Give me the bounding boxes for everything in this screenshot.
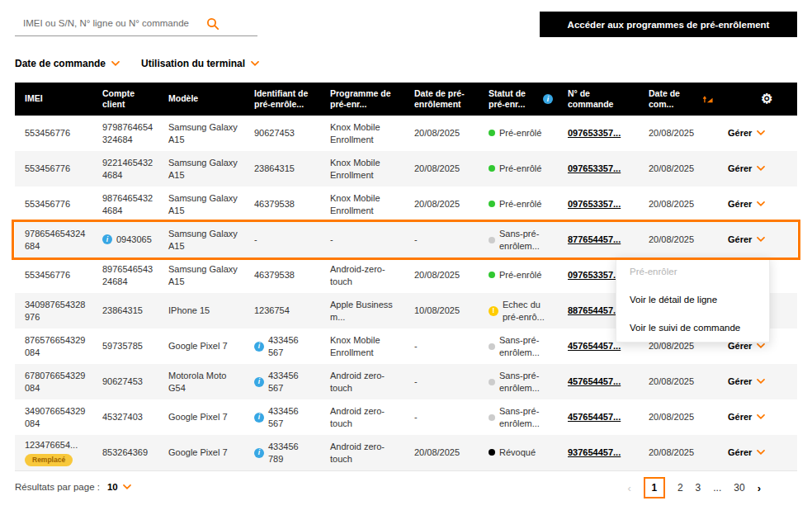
- cell-statut: !Echec du pré-enrô...: [479, 299, 558, 323]
- menu-item-voir-detail-ligne[interactable]: Voir le détail de ligne: [616, 286, 769, 314]
- cell-modele: Samsung Galaxy A15: [158, 228, 244, 252]
- cell-date-pre-enrollement: -: [404, 411, 479, 423]
- search-input[interactable]: [15, 12, 257, 36]
- filter-order-date[interactable]: Date de commande: [15, 58, 120, 69]
- cell-actions: Gérer: [718, 234, 797, 245]
- filter-terminal-usage[interactable]: Utilisation du terminal: [141, 58, 259, 69]
- col-imei: IMEI: [15, 93, 92, 104]
- cell-modele: Samsung Galaxy A15: [158, 157, 244, 181]
- cell-identifiant: i433456 567: [244, 334, 320, 358]
- pagination-page-3[interactable]: 3: [696, 482, 701, 494]
- cell-imei: 349076654329084: [15, 405, 92, 429]
- info-icon[interactable]: i: [102, 234, 112, 244]
- cell-imei: 123476654...Remplacé: [15, 439, 92, 465]
- cell-compte-client: 9798764654324684: [92, 121, 158, 145]
- order-number-link[interactable]: 097653357...: [568, 199, 621, 209]
- cell-identifiant: i433456 567: [244, 370, 320, 394]
- info-icon[interactable]: i: [254, 342, 264, 352]
- pagination-page-1[interactable]: 1: [644, 477, 665, 498]
- pagination: ‹ 1 2 3 ... 30 ›: [628, 477, 761, 498]
- cell-imei: 876576654329084: [15, 334, 92, 358]
- manage-button[interactable]: Gérer: [728, 163, 792, 174]
- manage-dropdown-menu: Pré-enrôler Voir le détail de ligne Voir…: [616, 257, 770, 343]
- cell-identifiant: 90627453: [244, 127, 320, 139]
- table-row: 34907665432908445327403Google Pixel 7i43…: [15, 399, 797, 435]
- cell-actions: Gérer: [718, 198, 797, 210]
- info-icon[interactable]: i: [254, 377, 264, 387]
- status-dot-green: [489, 130, 495, 136]
- table-row: 55345677698764654324684Samsung Galaxy A1…: [15, 187, 797, 222]
- sort-ascending-icon[interactable]: [702, 93, 713, 105]
- cell-identifiant: i433456 789: [244, 441, 320, 465]
- status-dot-gray: [489, 379, 495, 385]
- col-programme: Programme de pré-enr...: [320, 88, 404, 110]
- pagination-next[interactable]: ›: [758, 482, 761, 494]
- cell-modele: Samsung Galaxy A15: [158, 192, 244, 216]
- order-number-link[interactable]: 877654457...: [568, 234, 621, 244]
- order-number-link[interactable]: 097653357...: [568, 163, 621, 173]
- cell-statut: Révoqué: [479, 446, 558, 458]
- cell-date-commande: 20/08/2025: [639, 446, 718, 458]
- chevron-down-icon: [111, 61, 120, 66]
- cell-imei: 553456776: [15, 163, 92, 174]
- menu-item-voir-suivi-commande[interactable]: Voir le suivi de commande: [616, 314, 769, 342]
- order-number-link[interactable]: 097653357...: [568, 270, 621, 280]
- replaced-badge: Remplacé: [25, 454, 73, 466]
- cell-programme: Android zero-touch: [320, 405, 404, 429]
- cell-imei: 553456776: [15, 127, 92, 139]
- page-size-select[interactable]: 10: [107, 482, 131, 492]
- manage-button[interactable]: Gérer: [728, 127, 792, 139]
- results-per-page-label: Résultats par page :: [15, 482, 100, 492]
- manage-button[interactable]: Gérer: [728, 234, 792, 245]
- order-number-link[interactable]: 887654457...: [568, 305, 621, 315]
- pagination-page-30[interactable]: 30: [734, 482, 744, 494]
- cell-compte-client: 23864315: [92, 305, 158, 316]
- chevron-down-icon: [757, 414, 765, 419]
- cell-numero-commande: 097653357...: [558, 163, 639, 174]
- cell-programme: Apple Business m...: [320, 299, 404, 323]
- cell-programme: Knox Mobile Enrollment: [320, 121, 404, 145]
- cell-numero-commande: 877654457...: [558, 234, 639, 245]
- chevron-down-icon: [251, 61, 259, 66]
- cell-modele: Google Pixel 7: [158, 340, 244, 352]
- cell-compte-client: 897654654324684: [92, 263, 158, 287]
- col-date-pre-enrollement: Date de pré-enrôlement: [404, 88, 479, 110]
- col-compte-client: Compte client: [92, 88, 158, 110]
- cell-compte-client: 45327403: [92, 411, 158, 423]
- pre-enrollment-page: Accéder aux programmes de pré-enrôlement…: [0, 0, 812, 515]
- status-dot-green: [489, 201, 495, 207]
- cell-statut: Pré-enrôlé: [479, 198, 558, 210]
- cell-statut: Pré-enrôlé: [479, 269, 558, 281]
- cell-identifiant: 23864315: [244, 163, 320, 174]
- info-icon[interactable]: i: [254, 448, 264, 458]
- col-modele: Modèle: [158, 93, 244, 104]
- pagination-page-2[interactable]: 2: [677, 482, 683, 494]
- pagination-prev: ‹: [628, 482, 631, 494]
- gear-icon[interactable]: ⚙: [761, 91, 772, 107]
- cell-programme: Android-zero-touch: [320, 263, 404, 287]
- info-icon[interactable]: i: [543, 94, 553, 104]
- col-identifiant: Identifiant de pré-enrôle...: [244, 88, 320, 110]
- cell-imei: 553456776: [15, 198, 92, 210]
- order-number-link[interactable]: 457654457...: [568, 412, 621, 422]
- order-number-link[interactable]: 097653357...: [568, 128, 621, 138]
- manage-button[interactable]: Gérer: [728, 446, 792, 458]
- cell-date-pre-enrollement: 10/08/2025: [404, 305, 479, 316]
- chevron-down-icon: [757, 130, 765, 135]
- cell-modele: Google Pixel 7: [158, 446, 244, 458]
- cell-statut: Sans-pré-enrôlem...: [479, 370, 558, 394]
- search-icon[interactable]: [206, 17, 220, 34]
- order-number-link[interactable]: 457654457...: [568, 376, 621, 386]
- col-date-commande: Date de com...: [639, 88, 718, 110]
- order-number-link[interactable]: 457654457...: [568, 341, 621, 351]
- order-number-link[interactable]: 937654457...: [568, 447, 621, 457]
- search-bar: [15, 12, 257, 36]
- manage-button[interactable]: Gérer: [728, 376, 792, 387]
- filter-order-date-label: Date de commande: [15, 58, 106, 69]
- info-icon[interactable]: i: [254, 413, 264, 423]
- cell-date-pre-enrollement: 20/08/2025: [404, 198, 479, 210]
- manage-button[interactable]: Gérer: [728, 198, 792, 210]
- cell-statut: Sans-pré-enrôlem...: [479, 228, 558, 252]
- access-programs-button[interactable]: Accéder aux programmes de pré-enrôlement: [540, 12, 797, 37]
- manage-button[interactable]: Gérer: [728, 411, 792, 423]
